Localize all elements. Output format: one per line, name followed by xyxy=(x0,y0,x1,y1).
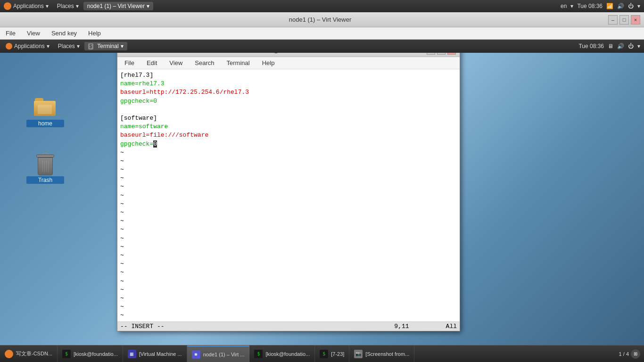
host-task-screenshot[interactable]: 📷 [Screenshot from... xyxy=(349,346,414,362)
host-task-kiosk2[interactable]: $ [kiosk@foundatio... xyxy=(249,346,315,362)
home-icon-label: home xyxy=(26,120,64,127)
vm-places-btn[interactable]: Places ▾ xyxy=(54,42,83,50)
home-folder-image xyxy=(34,96,57,119)
lang-arrow: ▾ xyxy=(570,3,573,9)
trash-image xyxy=(34,153,57,175)
vm-taskbar-right: Tue 08:36 🖥 🔊 ⏻ ▾ xyxy=(578,43,644,49)
vm-applications-label: Applications xyxy=(14,43,45,49)
host-network-icon: 📶 xyxy=(606,3,613,9)
terminal-menubar: File Edit View Search Terminal Help xyxy=(117,57,460,69)
vm-applications-btn[interactable]: Applications ▾ xyxy=(2,42,53,50)
screenshot-label: [Screenshot from... xyxy=(365,351,409,357)
virt-close-btn[interactable]: × xyxy=(631,15,640,25)
virt-menu-sendkey[interactable]: Send key xyxy=(50,29,79,38)
virt-maximize-btn[interactable]: □ xyxy=(619,15,629,25)
kiosk2-icon: $ xyxy=(254,350,263,358)
vm-sound-icon: 🔊 xyxy=(617,43,624,49)
virt-viewer-titlebar: node1 (1) – Virt Viewer – □ × xyxy=(0,12,644,27)
vm-terminal-btn[interactable]: $ Terminal ▾ xyxy=(84,42,127,50)
virt-menu-help[interactable]: Help xyxy=(86,29,103,38)
virt-menu-file[interactable]: File xyxy=(4,29,17,38)
trash-graphic xyxy=(36,153,55,175)
kiosk1-label: [kiosk@foundatio... xyxy=(74,351,118,357)
folder-graphic xyxy=(34,98,57,117)
host-task-723[interactable]: $ [7-23] xyxy=(315,346,349,362)
vm-top-taskbar: Applications ▾ Places ▾ $ Terminal ▾ xyxy=(0,40,644,53)
trash-icon[interactable]: Trash xyxy=(26,153,64,184)
host-taskbar-right: en ▾ Tue 08:36 📶 🔊 ⏻ ▾ xyxy=(561,3,644,9)
vm-places-label: Places xyxy=(58,43,75,49)
active-window-arrow: ▾ xyxy=(147,3,149,9)
host-power-icon: ⏻ xyxy=(628,3,634,9)
vim-statusbar: -- INSERT -- 9,11 All xyxy=(117,321,460,331)
places-arrow: ▾ xyxy=(76,3,79,9)
virt-label: node1 (1) – Virt ... xyxy=(203,352,245,357)
host-taskbar-right-area: 1 / 4 ⊞ xyxy=(619,349,644,359)
csdn-icon xyxy=(5,350,13,358)
vim-editor[interactable]: [rhel7.3]name=rhel7.3baseurl=http://172.… xyxy=(117,69,460,321)
active-window-title: node1 (1) – Virt Viewer xyxy=(87,3,145,9)
virt-viewer-window: node1 (1) – Virt Viewer – □ × File View … xyxy=(0,12,644,362)
trash-icon-label: Trash xyxy=(26,176,64,184)
vm-label: [Virtual Machine ... xyxy=(139,351,182,357)
term-menu-terminal[interactable]: Terminal xyxy=(225,59,251,67)
host-time: Tue 08:36 xyxy=(577,3,603,9)
vm-power-icon: ⏻ xyxy=(628,43,634,49)
vm-time: Tue 08:36 xyxy=(578,43,604,49)
host-places-label: Places xyxy=(57,3,74,9)
host-top-taskbar: Applications ▾ Places ▾ node1 (1) – Virt… xyxy=(0,0,644,12)
folder-body xyxy=(34,101,56,116)
vim-scroll: All xyxy=(446,323,457,330)
kiosk2-label: [kiosk@foundatio... xyxy=(265,351,310,357)
723-icon: $ xyxy=(320,350,328,358)
vm-desktop: Applications ▾ Places ▾ $ Terminal ▾ xyxy=(0,40,644,362)
virt-viewer-title: node1 (1) – Virt Viewer xyxy=(32,16,608,23)
vm-app-icon xyxy=(6,43,12,49)
screenshot-icon: 📷 xyxy=(354,350,363,358)
virt-menu-view[interactable]: View xyxy=(25,29,42,38)
host-power-arrow: ▾ xyxy=(637,3,640,9)
page-indicator: 1 / 4 xyxy=(619,351,629,357)
applications-icon xyxy=(4,2,11,10)
csdn-label: 写文章-CSDN... xyxy=(16,350,52,357)
host-places-btn[interactable]: Places ▾ xyxy=(53,2,83,10)
pager-icon[interactable]: ⊞ xyxy=(631,349,640,359)
term-menu-file[interactable]: File xyxy=(123,59,136,67)
term-menu-view[interactable]: View xyxy=(168,59,184,67)
kiosk1-icon: $ xyxy=(62,350,71,358)
desktop: Applications ▾ Places ▾ node1 (1) – Virt… xyxy=(0,0,644,362)
terminal-active-icon: $ xyxy=(88,43,94,49)
terminal-window: root@localhost:~ – □ × File Edit View Se… xyxy=(117,43,460,331)
trash-body xyxy=(38,157,53,175)
virt-minimize-btn[interactable]: – xyxy=(608,15,618,25)
applications-arrow: ▾ xyxy=(46,3,49,9)
host-lang: en xyxy=(561,3,567,9)
term-menu-help[interactable]: Help xyxy=(261,59,276,67)
virt-viewer-win-controls: – □ × xyxy=(608,15,640,25)
host-task-kiosk1[interactable]: $ [kiosk@foundatio... xyxy=(58,346,123,362)
vim-mode: -- INSERT -- xyxy=(120,323,165,330)
host-applications-label: Applications xyxy=(13,3,44,9)
vm-terminal-label: Terminal xyxy=(97,43,118,49)
virt-icon: ◉ xyxy=(192,350,200,359)
vim-pos-value: 9,11 xyxy=(394,323,409,330)
term-menu-search[interactable]: Search xyxy=(193,59,215,67)
home-folder-icon[interactable]: home xyxy=(26,96,64,127)
host-applications-btn[interactable]: Applications ▾ xyxy=(0,1,52,11)
host-taskbar-task-items: 写文章-CSDN... $ [kiosk@foundatio... ▦ [Vir… xyxy=(0,346,414,362)
vm-icon: ▦ xyxy=(128,350,136,358)
host-active-window[interactable]: node1 (1) – Virt Viewer ▾ xyxy=(83,2,153,10)
host-bottom-taskbar: 写文章-CSDN... $ [kiosk@foundatio... ▦ [Vir… xyxy=(0,345,644,362)
vm-screen-icon: 🖥 xyxy=(608,43,613,49)
host-sound-icon: 🔊 xyxy=(617,3,624,9)
host-task-virt[interactable]: ◉ node1 (1) – Virt ... xyxy=(187,346,250,362)
virt-viewer-menubar: File View Send key Help xyxy=(0,27,644,40)
host-taskbar-left: Applications ▾ Places ▾ node1 (1) – Virt… xyxy=(0,1,153,11)
term-menu-edit[interactable]: Edit xyxy=(145,59,158,67)
vim-position: 9,11 All xyxy=(394,323,457,330)
host-task-csdn[interactable]: 写文章-CSDN... xyxy=(0,346,58,362)
host-task-vm[interactable]: ▦ [Virtual Machine ... xyxy=(123,346,187,362)
task-723-label: [7-23] xyxy=(331,351,344,357)
